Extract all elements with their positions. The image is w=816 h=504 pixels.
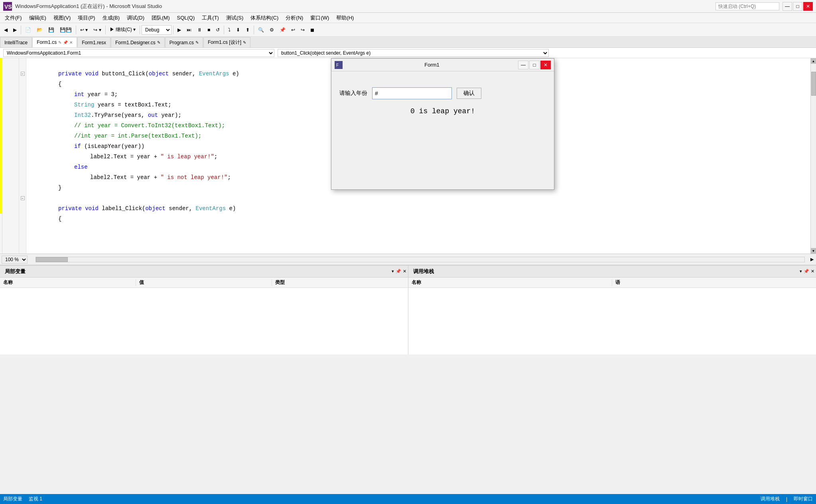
call-stack-panel: 名称 语 [408,278,816,354]
continue-button[interactable]: ▶ 继续(C) ▾ [107,25,138,34]
line-num [2,120,16,131]
toolbar-extra-3[interactable]: 📌 [277,26,288,34]
toolbar-sep-3 [105,26,106,34]
left-panel-close-icon[interactable]: ✕ [403,269,406,274]
menu-architecture[interactable]: 体系结构(C) [247,14,282,22]
step-into-button[interactable]: ⬇ [234,26,242,34]
panel-content-area: 名称 值 类型 名称 语 [0,278,816,354]
vs-logo: VS [3,2,12,10]
tab-programcs-modified-icon: ✎ [195,40,199,45]
toolbar-step-icon[interactable]: ⏭ [184,26,194,34]
method-selector[interactable]: button1_Click(object sender, EventArgs e… [278,49,549,57]
toolbar-sep-1 [21,26,21,34]
right-panel-dropdown-icon[interactable]: ▾ [800,269,802,274]
close-window-button[interactable]: ✕ [803,2,813,11]
menu-file[interactable]: 文件(F) [2,14,25,22]
right-panel-pin-icon[interactable]: 📌 [804,269,809,274]
status-immediate[interactable]: 即时窗口 [794,496,813,502]
status-separator: | [786,496,787,502]
form1-close-button[interactable]: ✕ [540,61,551,69]
scroll-right-button[interactable]: ▶ [810,256,814,263]
collapse-button-2[interactable]: − [21,193,25,203]
menu-edit[interactable]: 编辑(E) [26,14,49,22]
line-num [2,110,16,120]
menu-sql[interactable]: SQL(Q) [174,14,198,22]
forward-button[interactable]: ▶ [11,26,19,34]
toolbar-extra-2[interactable]: ⚙ [267,26,276,34]
form1-confirm-button[interactable]: 确认 [457,88,481,99]
class-selector[interactable]: WindowsFormsApplication1.Form1 [3,49,274,57]
scroll-thumb[interactable] [811,72,816,96]
minimize-button[interactable]: — [782,2,792,11]
scroll-up-button[interactable]: ▲ [811,58,816,64]
right-panel-close-icon[interactable]: ✕ [811,269,814,274]
scroll-track [811,64,816,248]
tab-intellitrace-label: IntelliTrace [4,40,28,45]
tab-form1cs-close-icon[interactable]: ✕ [69,40,73,45]
toolbar-extra-5[interactable]: ↪ [298,26,307,34]
local-var-name-col: 名称 [0,279,136,286]
horizontal-scroll-thumb[interactable] [36,257,68,262]
menu-project[interactable]: 项目(P) [75,14,98,22]
status-local-vars[interactable]: 局部变量 [3,496,22,502]
local-variables-tab[interactable]: 局部变量 [2,266,29,277]
tab-form1resx[interactable]: Form1.resx [77,37,110,47]
debug-config-dropdown[interactable]: Debug Release [142,25,171,35]
menu-view[interactable]: 视图(V) [50,14,74,22]
toolbar-extra-1[interactable]: 🔍 [256,26,266,34]
status-watch[interactable]: 监视 1 [29,496,42,502]
call-stack-tab[interactable]: 调用堆栈 [410,266,437,277]
scroll-down-button[interactable]: ▼ [811,248,816,254]
menu-tools[interactable]: 工具(T) [199,14,222,22]
menu-window[interactable]: 窗口(W) [307,14,332,22]
horizontal-scroll-track[interactable] [35,257,805,262]
menu-help[interactable]: 帮助(H) [333,14,357,22]
quick-launch-input[interactable] [715,2,779,10]
menu-debug[interactable]: 调试(D) [124,14,148,22]
collapse-button-1[interactable]: − [21,69,25,79]
svg-text:F: F [336,63,339,67]
step-over-button[interactable]: ⤵ [226,26,233,34]
restart-button[interactable]: ↺ [213,26,222,34]
back-button[interactable]: ◀ [2,26,10,34]
menu-analyze[interactable]: 分析(N) [282,14,306,22]
toolbar-extra-4[interactable]: ↩ [289,26,298,34]
tab-form1designer[interactable]: Form1.Designer.cs ✎ [111,37,165,47]
undo-button[interactable]: ↩ ▾ [78,26,90,34]
tab-form1design[interactable]: Form1.cs [设计] ✎ [203,37,250,47]
tab-form1resx-label: Form1.resx [82,40,106,45]
left-panel-dropdown-icon[interactable]: ▾ [392,269,394,274]
menu-test[interactable]: 测试(S) [223,14,246,22]
menu-team[interactable]: 团队(M) [148,14,173,22]
new-file-button[interactable]: 📄 [23,26,34,34]
tab-form1cs-pin-icon[interactable]: 📌 [63,40,68,45]
tab-intellitrace[interactable]: IntelliTrace [0,37,32,47]
zoom-select[interactable]: 100 % 75 % 150 % 200 % [2,256,28,264]
tab-form1designer-modified-icon: ✎ [157,40,160,45]
toolbar-run-icon[interactable]: ▶ [175,26,183,34]
save-all-button[interactable]: 💾💾 [57,26,74,34]
left-panel-pin-icon[interactable]: 📌 [396,269,401,274]
pause-button[interactable]: ⏸ [195,26,204,34]
save-button[interactable]: 💾 [46,26,57,34]
line-num [2,141,16,152]
vertical-scrollbar[interactable]: ▲ ▼ [810,58,816,254]
stop-button[interactable]: ■ [205,26,213,34]
tab-form1cs[interactable]: Form1.cs ✎ 📌 ✕ [32,37,77,47]
step-out-button[interactable]: ⬆ [243,26,252,34]
form1-year-input[interactable] [372,87,452,99]
tab-programcs[interactable]: Program.cs ✎ [165,37,203,47]
maximize-button[interactable]: □ [793,2,802,11]
form1-minimize-button[interactable]: — [518,61,528,69]
menu-build[interactable]: 生成(B) [99,14,123,22]
redo-button[interactable]: ↪ ▾ [91,26,103,34]
left-panel-header: 局部变量 ▾ 📌 ✕ [0,266,408,277]
form1-maximize-button[interactable]: □ [529,61,540,69]
open-file-button[interactable]: 📂 [34,26,45,34]
toolbar-extra-6[interactable]: ◼ [308,26,317,34]
form1-result-text: 0 is leap year! [339,107,546,115]
line-num [2,100,16,110]
window-title: WindowsFormsApplication1 (正在运行) - Micros… [15,3,162,10]
form1-app-icon: F [335,61,343,69]
status-call-stack[interactable]: 调用堆栈 [761,496,780,502]
